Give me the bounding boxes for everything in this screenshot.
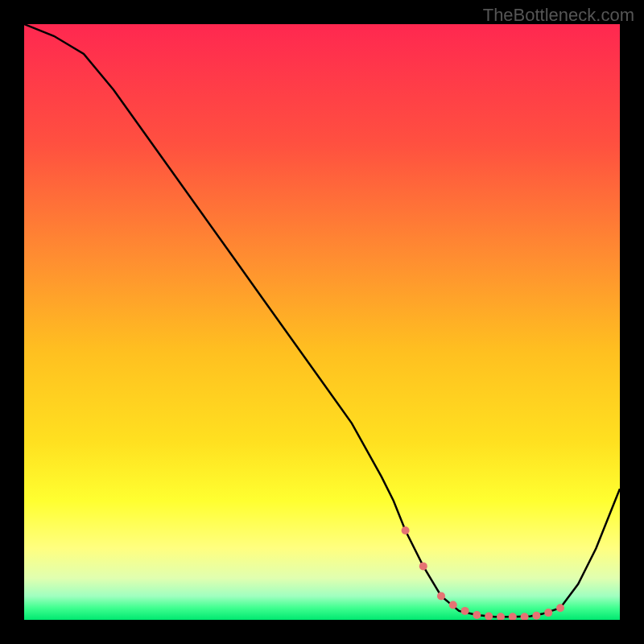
- chart-plot-area: [24, 24, 620, 620]
- marker-point: [556, 604, 564, 612]
- marker-point: [449, 601, 457, 609]
- gradient-background: [24, 24, 620, 620]
- marker-point: [419, 562, 427, 570]
- marker-point: [473, 611, 481, 619]
- marker-point: [544, 609, 552, 617]
- chart-svg: [24, 24, 620, 620]
- marker-point: [402, 526, 410, 535]
- attribution-label: TheBottleneck.com: [483, 5, 634, 26]
- marker-point: [437, 592, 445, 600]
- marker-point: [461, 607, 469, 615]
- marker-point: [532, 612, 540, 620]
